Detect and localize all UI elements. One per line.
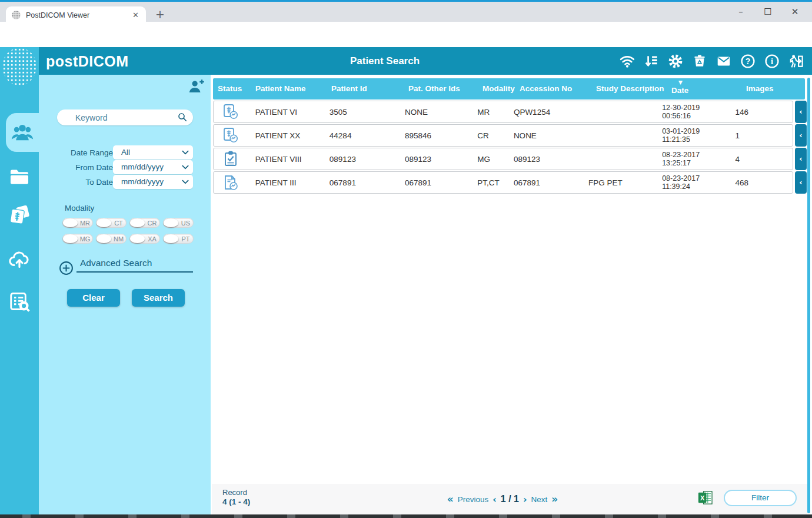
column-header-pat-other-ids[interactable]: Pat. Other Ids xyxy=(404,78,478,99)
sidebar-item-upload[interactable] xyxy=(8,247,31,271)
modality-toggle-label: MG xyxy=(78,235,92,243)
keyword-input[interactable] xyxy=(57,109,175,125)
modality-toggle-ct[interactable]: CT xyxy=(96,218,127,228)
modality-toggle-label: CT xyxy=(111,220,126,227)
study-time: 00:56:16 xyxy=(662,112,730,120)
sidebar-item-patient-search[interactable] xyxy=(6,113,39,152)
column-header-modality[interactable]: Modality xyxy=(478,78,515,99)
images-cell: 1 xyxy=(730,131,793,140)
column-header-accession-no[interactable]: Accession No xyxy=(515,78,591,99)
svg-text:i: i xyxy=(771,57,773,66)
advanced-search-link[interactable]: Advanced Search xyxy=(80,258,152,268)
browser-tab[interactable]: PostDICOM Viewer ✕ xyxy=(6,6,146,24)
date-range-select[interactable]: All xyxy=(113,145,193,160)
results-area: StatusPatient NamePatient IdPat. Other I… xyxy=(211,75,812,518)
sidebar-item-order-worklist[interactable] xyxy=(8,290,31,313)
window-minimize-button[interactable]: – xyxy=(727,4,754,21)
sidebar-item-dicom-studies[interactable] xyxy=(8,204,31,227)
modality-cell: PT,CT xyxy=(472,178,509,187)
chevron-down-icon xyxy=(181,163,189,171)
help-icon[interactable]: ? xyxy=(740,54,756,69)
from-date-select[interactable]: mm/dd/yyyy xyxy=(113,160,193,174)
study-date: 12-30-2019 xyxy=(662,104,730,112)
accession-no-cell: QPW1254 xyxy=(509,108,584,117)
search-icon[interactable] xyxy=(177,112,188,122)
logout-icon[interactable] xyxy=(788,54,804,69)
expand-row-button[interactable]: ‹ xyxy=(795,101,807,123)
document-check-icon xyxy=(222,174,239,191)
patient-row[interactable]: PATIENT VIII089123089123MG08912308-23-20… xyxy=(213,148,793,170)
previous-page-icon[interactable]: ‹ xyxy=(492,494,497,505)
next-page-icon[interactable]: › xyxy=(523,494,527,505)
date-cell: 03-01-201911:21:35 xyxy=(657,127,730,144)
tab-close-icon[interactable]: ✕ xyxy=(131,11,140,19)
settings-icon[interactable] xyxy=(668,54,683,69)
accession-no-cell: 089123 xyxy=(509,155,584,164)
search-button[interactable]: Search xyxy=(132,289,185,307)
from-date-value: mm/dd/yyyy xyxy=(121,162,164,171)
patient-row[interactable]: PATIENT III067891067891PT,CT067891FPG PE… xyxy=(213,171,793,194)
wifi-icon[interactable] xyxy=(620,54,635,69)
patient-row[interactable]: PATIENT VI3505NONEMRQPW125412-30-201900:… xyxy=(213,101,793,123)
last-page-icon[interactable]: » xyxy=(551,493,558,505)
column-header-date[interactable]: ▼Date xyxy=(667,78,741,99)
next-page-button[interactable]: Next xyxy=(531,495,548,504)
expand-row-button[interactable]: ‹ xyxy=(795,148,807,170)
modality-cell: CR xyxy=(472,131,509,140)
toggle-knob xyxy=(130,218,145,227)
patient-id-cell: 067891 xyxy=(325,178,400,187)
study-date: 08-23-2017 xyxy=(662,151,730,159)
toggle-knob xyxy=(96,218,111,227)
patient-search-panel: Date Range All From Date mm/dd/yyyy To D… xyxy=(39,75,211,516)
modality-toggle-group: MRCTCRUSMGNMXAPT xyxy=(62,218,198,244)
patient-row[interactable]: PATIENT XX44284895846CRNONE03-01-201911:… xyxy=(213,124,793,147)
sidebar-item-folders[interactable] xyxy=(8,165,31,188)
modality-toggle-us[interactable]: US xyxy=(163,218,194,228)
accession-no-cell: NONE xyxy=(509,131,584,140)
modality-toggle-label: MR xyxy=(78,220,92,227)
column-header-images[interactable]: Images xyxy=(741,78,805,99)
modality-label: Modality xyxy=(65,204,94,212)
column-header-patient-id[interactable]: Patient Id xyxy=(327,78,404,99)
modality-toggle-cr[interactable]: CR xyxy=(129,218,160,228)
column-header-patient-name[interactable]: Patient Name xyxy=(251,78,327,99)
column-header-study-description[interactable]: Study Description xyxy=(591,78,667,99)
app-sidebar xyxy=(0,47,39,518)
patient-name-cell: PATIENT XX xyxy=(251,131,325,140)
plus-circle-icon[interactable] xyxy=(59,261,74,275)
to-date-select[interactable]: mm/dd/yyyy xyxy=(113,175,193,189)
excel-export-icon[interactable]: X xyxy=(697,490,713,506)
add-patient-icon[interactable] xyxy=(187,78,205,95)
browser-toolbar: ← → postdicom.com/ViewerIII/Main ☆ ⋮ xyxy=(0,22,812,47)
modality-toggle-mr[interactable]: MR xyxy=(62,218,93,228)
first-page-icon[interactable]: « xyxy=(447,493,454,505)
filter-button[interactable]: Filter xyxy=(724,490,797,506)
browser-tab-strip: PostDICOM Viewer ✕ + – ☐ ✕ xyxy=(0,2,812,22)
expand-row-button[interactable]: ‹ xyxy=(795,124,807,147)
header-icon-bar: ?i xyxy=(620,47,804,75)
study-description-cell: FPG PET xyxy=(584,178,657,187)
modality-toggle-pt[interactable]: PT xyxy=(163,234,194,244)
expand-row-button[interactable]: ‹ xyxy=(795,171,807,194)
previous-page-button[interactable]: Previous xyxy=(458,495,489,504)
column-header-status[interactable]: Status xyxy=(213,78,251,99)
mail-icon[interactable] xyxy=(716,54,731,69)
window-maximize-button[interactable]: ☐ xyxy=(754,4,781,21)
new-tab-button[interactable]: + xyxy=(155,8,165,21)
results-scrollbar[interactable] xyxy=(807,78,810,513)
info-icon[interactable]: i xyxy=(764,54,780,69)
modality-toggle-nm[interactable]: NM xyxy=(96,234,127,244)
sort-queue-icon[interactable] xyxy=(644,54,659,69)
window-close-button[interactable]: ✕ xyxy=(781,4,808,21)
modality-toggle-mg[interactable]: MG xyxy=(62,234,93,244)
patient-id-cell: 3505 xyxy=(325,108,400,117)
to-date-label: To Date xyxy=(51,178,113,187)
to-date-value: mm/dd/yyyy xyxy=(121,177,164,186)
modality-cell: MG xyxy=(472,155,509,164)
study-date: 08-23-2017 xyxy=(662,174,730,182)
recycle-bin-icon[interactable] xyxy=(692,54,707,69)
modality-toggle-label: CR xyxy=(145,220,159,227)
modality-toggle-xa[interactable]: XA xyxy=(129,234,160,244)
clear-button[interactable]: Clear xyxy=(67,289,120,307)
clipboard-check-icon xyxy=(222,150,239,168)
